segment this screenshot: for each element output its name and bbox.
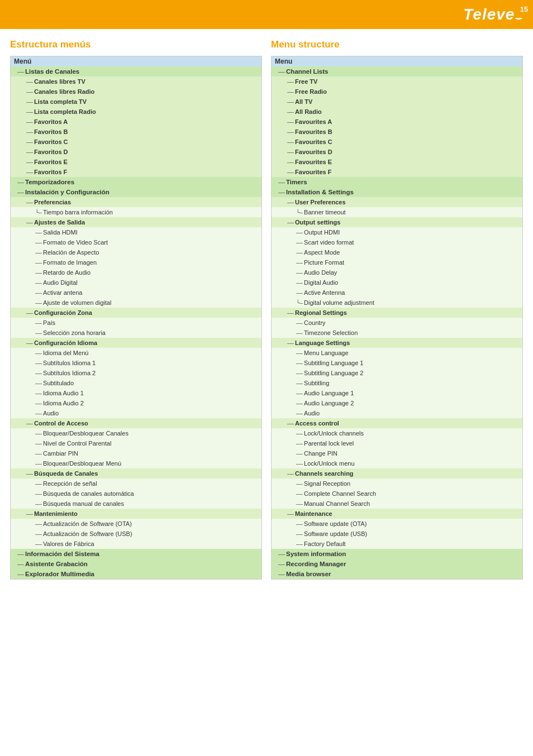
tree-item-label: Subtitling Language 1 — [304, 360, 363, 366]
tree-item-label: Favourites C — [295, 138, 332, 145]
tree-row: ——Subtitulado — [11, 378, 261, 388]
tree-connector: —— — [296, 260, 303, 266]
tree-item-label: Bloquear/Desbloquear Canales — [43, 430, 129, 437]
tree-row: ——Parental lock level — [272, 438, 522, 448]
tree-item-label: Actualización de Software (USB) — [43, 530, 132, 537]
tree-connector: —— — [35, 481, 42, 487]
tree-row: ——Favoritos E — [11, 157, 261, 167]
tree-item-label: Audio Language 1 — [304, 390, 354, 396]
tree-item-label: Aspect Mode — [304, 249, 340, 256]
tree-row: ——Digital Audio — [272, 277, 522, 288]
tree-connector: —— — [35, 430, 42, 437]
tree-connector: —— — [35, 380, 42, 386]
tree-row: ——Subtítulos Idioma 1 — [11, 358, 261, 368]
tree-item-label: Lista completa Radio — [34, 108, 96, 115]
tree-row: ——Lista completa Radio — [11, 107, 261, 117]
left-menu-tree: Menú——Listas de Canales——Canales libres … — [10, 56, 262, 580]
tree-item-label: Favoritos E — [34, 159, 68, 165]
tree-row: ——Actualización de Software (USB) — [11, 529, 261, 539]
tree-item-label: Audio Delay — [304, 269, 337, 276]
tree-connector: —— — [35, 451, 42, 457]
tree-item-label: Configuración Idioma — [34, 339, 97, 346]
tree-item-label: Asistente Grabación — [25, 561, 88, 567]
tree-item-label: Idioma del Menú — [43, 350, 88, 356]
tree-row: ——Temporizadores — [11, 177, 261, 187]
tree-item-label: Instalación y Configuración — [25, 189, 110, 195]
tree-item-label: Favourites A — [295, 118, 332, 125]
tree-item-label: Canales libres Radio — [34, 88, 94, 95]
tree-row: ——Activar antena — [11, 288, 261, 298]
tree-row: ——Installation & Settings — [272, 187, 522, 197]
tree-row: ——Retardo de Audio — [11, 267, 261, 277]
tree-item-label: Idioma Audio 1 — [43, 390, 84, 396]
tree-item-label: Installation & Settings — [286, 189, 354, 195]
tree-connector: —— — [35, 290, 42, 296]
tree-connector: —— — [278, 571, 285, 577]
tree-row: ——Channels searching — [272, 468, 522, 479]
tree-item-label: Actualización de Software (OTA) — [43, 520, 132, 527]
tree-row: ——Favourites F — [272, 167, 522, 177]
tree-connector: —— — [287, 129, 294, 135]
tree-connector: —— — [35, 410, 42, 417]
tree-row: ——Signal Reception — [272, 479, 522, 489]
tree-connector: —— — [287, 471, 294, 477]
tree-item-label: Favoritos C — [34, 138, 68, 145]
tree-connector: —— — [287, 149, 294, 155]
tree-item-label: Banner timeout — [304, 209, 346, 216]
tree-row: ——Formato de Imagen — [11, 257, 261, 267]
tree-connector: —— — [296, 280, 303, 286]
tree-root-label: Menú — [14, 58, 31, 65]
tree-row: ——Subtitling Language 2 — [272, 368, 522, 378]
tree-row: ——Formato de Video Scart — [11, 237, 261, 247]
tree-row: ——Regional Settings — [272, 308, 522, 318]
tree-item-label: Subtitulado — [43, 380, 74, 386]
tree-item-label: Subtitling — [304, 380, 329, 386]
tree-row: ——Bloquear/Desbloquear Canales — [11, 428, 261, 438]
tree-connector: —— — [287, 79, 294, 85]
tree-row: ——Favourites A — [272, 117, 522, 127]
tree-item-label: Channel Lists — [286, 68, 328, 75]
tree-connector: —— — [296, 481, 303, 487]
tree-connector: —— — [278, 551, 285, 557]
tree-row: ——Búsqueda manual de canales — [11, 499, 261, 509]
tree-row: ——Listas de Canales — [11, 66, 261, 76]
tree-item-label: Configuración Zona — [34, 309, 92, 316]
tree-item-label: Digital volume adjustment — [304, 299, 374, 306]
tree-connector: —— — [296, 400, 303, 406]
tree-connector: —— — [296, 531, 303, 537]
tree-item-label: Picture Format — [304, 259, 344, 266]
tree-root-row: Menú — [11, 56, 261, 66]
tree-connector: —— — [17, 69, 24, 75]
tree-connector: —— — [296, 320, 303, 326]
tree-item-label: Salida HDMI — [43, 229, 78, 236]
tree-item-label: Manual Channel Search — [304, 500, 370, 507]
tree-connector: —— — [26, 99, 33, 105]
tree-item-label: Channels searching — [295, 470, 354, 477]
tree-item-label: Subtítulos Idioma 1 — [43, 360, 96, 366]
tree-connector: —— — [35, 330, 42, 336]
tree-item-label: Favoritos B — [34, 128, 68, 135]
tree-connector: —— — [35, 240, 42, 246]
tree-row: ——Menu Language — [272, 348, 522, 358]
tree-row: ——Salida HDMI — [11, 227, 261, 237]
tree-row: ——Nivel de Control Parental — [11, 438, 261, 448]
tree-item-label: Favourites F — [295, 169, 331, 175]
tree-connector: —— — [278, 179, 285, 185]
tree-item-label: Audio — [304, 410, 320, 417]
right-section-title: Menu structure — [271, 39, 523, 50]
tree-row: └—Banner timeout — [272, 207, 522, 217]
tree-connector: —— — [35, 280, 42, 286]
tree-connector: —— — [296, 521, 303, 527]
tree-item-label: Favoritos D — [34, 149, 68, 155]
tree-connector: —— — [35, 300, 42, 306]
tree-item-label: Listas de Canales — [25, 68, 79, 75]
tree-row: ——Scart video format — [272, 237, 522, 247]
tree-connector: —— — [296, 451, 303, 457]
tree-row: ——Country — [272, 318, 522, 328]
tree-connector: └— — [296, 209, 303, 216]
tree-item-label: Audio Language 2 — [304, 400, 354, 406]
right-menu-tree: Menu——Channel Lists——Free TV——Free Radio… — [271, 56, 523, 580]
tree-item-label: Regional Settings — [295, 309, 347, 316]
tree-connector: —— — [26, 471, 33, 477]
tree-connector: —— — [35, 250, 42, 256]
